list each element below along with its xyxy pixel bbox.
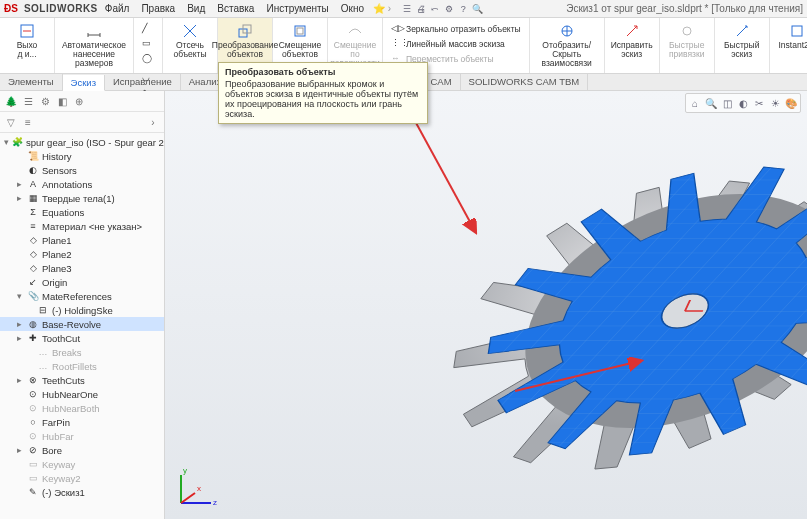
exit-sketch-button[interactable]: Выхо д и...: [4, 20, 50, 61]
menu-insert[interactable]: Вставка: [212, 1, 259, 16]
tree-item-label: HubFar: [42, 431, 74, 442]
fm-prop-icon[interactable]: ☰: [21, 94, 35, 108]
pin-icon[interactable]: ›: [146, 115, 160, 129]
tree-item-label: Annotations: [42, 179, 92, 190]
tree-item[interactable]: ≡Материал <не указан>: [0, 219, 164, 233]
tab-features[interactable]: Элементы: [0, 74, 63, 90]
fm-tree-icon[interactable]: 🌲: [4, 94, 18, 108]
linear-pattern-button[interactable]: ⋮⋮Линейный массив эскиза: [389, 37, 523, 51]
expand-icon[interactable]: ≡: [21, 115, 35, 129]
feature-tree[interactable]: ▾🧩 spur gear_iso (ISO - Spur gear 2M 13T…: [0, 133, 164, 519]
quick-snaps-button: Быстрые привязки: [664, 20, 710, 61]
feature-manager-panel: 🌲 ☰ ⚙ ◧ ⊕ ▽ ≡ › ▾🧩 spur gear_iso (ISO - …: [0, 91, 165, 519]
filter-icon[interactable]: ▽: [4, 115, 18, 129]
tree-item[interactable]: ↙Origin: [0, 275, 164, 289]
tree-item-icon: ⊙: [27, 430, 39, 442]
trim-entities-button[interactable]: Отсечь объекты: [167, 20, 213, 61]
tree-item[interactable]: 📜History: [0, 149, 164, 163]
svg-rect-7: [792, 26, 802, 36]
qat-new-icon[interactable]: ☰: [401, 3, 413, 15]
svg-rect-4: [297, 28, 303, 34]
menu-edit[interactable]: Правка: [136, 1, 180, 16]
tree-item-icon: ↙: [27, 276, 39, 288]
tree-item[interactable]: ▸AAnnotations: [0, 177, 164, 191]
tree-item-label: Keyway: [42, 459, 75, 470]
tree-item[interactable]: ▸▦Твердые тела(1): [0, 191, 164, 205]
tab-cam-tbm[interactable]: SOLIDWORKS CAM TBM: [461, 74, 589, 90]
tree-item[interactable]: ▭Keyway: [0, 457, 164, 471]
qat-options-icon[interactable]: ⚙: [443, 3, 455, 15]
menu-tools[interactable]: Инструменты: [261, 1, 333, 16]
qat-help-icon[interactable]: ?: [457, 3, 469, 15]
line-tool[interactable]: ╱: [140, 22, 156, 36]
tree-root[interactable]: ▾🧩 spur gear_iso (ISO - Spur gear 2M 13T: [0, 135, 164, 149]
tree-item-label: Plane3: [42, 263, 72, 274]
mirror-entities-button[interactable]: ◁▷Зеркально отразить объекты: [389, 22, 523, 36]
tree-item[interactable]: ⊟(-) HoldingSke: [0, 303, 164, 317]
repair-sketch-button[interactable]: Исправить эскиз: [609, 20, 655, 61]
sketch-tools-grid: ╱ ▭ ◯: [138, 20, 158, 68]
tree-item[interactable]: ⊙HubFar: [0, 429, 164, 443]
tree-item-icon: …: [37, 346, 49, 358]
tree-item[interactable]: ◇Plane3: [0, 261, 164, 275]
tree-item[interactable]: ▸⊘Bore: [0, 443, 164, 457]
tree-item[interactable]: ⊙HubNearBoth: [0, 401, 164, 415]
tab-evaluate[interactable]: Исправление: [105, 74, 181, 90]
tree-item[interactable]: ◇Plane1: [0, 233, 164, 247]
relations-icon: [558, 22, 576, 40]
auto-dimension-button[interactable]: Автоматическое нанесение размеров: [59, 20, 129, 70]
menu-window[interactable]: Окно: [336, 1, 369, 16]
convert-entities-button[interactable]: Преобразование объектов: [222, 20, 268, 61]
qat-undo-icon[interactable]: ⤺: [429, 3, 441, 15]
qat-print-icon[interactable]: 🖨: [415, 3, 427, 15]
tree-item[interactable]: ○FarPin: [0, 415, 164, 429]
tree-item-label: Equations: [42, 207, 84, 218]
tree-item[interactable]: ▸⊗TeethCuts: [0, 373, 164, 387]
tree-item[interactable]: …Breaks: [0, 345, 164, 359]
tree-item[interactable]: ◇Plane2: [0, 247, 164, 261]
show-hide-relations-button[interactable]: Отобразить/Скрыть взаимосвязи: [534, 20, 600, 70]
tree-item-icon: ▭: [27, 472, 39, 484]
instant2d-button[interactable]: Instant2D: [774, 20, 807, 52]
tree-item[interactable]: ▾📎MateReferences: [0, 289, 164, 303]
tree-item[interactable]: ◐Sensors: [0, 163, 164, 177]
menu-more-icon[interactable]: ⭐ ›: [371, 3, 393, 14]
tree-item[interactable]: ▸◍Base-Revolve: [0, 317, 164, 331]
fm-config-icon[interactable]: ⚙: [38, 94, 52, 108]
exit-sketch-icon: [18, 22, 36, 40]
tree-item[interactable]: ⊙HubNearOne: [0, 387, 164, 401]
tree-item-icon: ⊙: [27, 402, 39, 414]
tree-item[interactable]: ▭Keyway2: [0, 471, 164, 485]
offset-entities-button[interactable]: Смещение объектов: [277, 20, 323, 61]
tree-item[interactable]: ΣEquations: [0, 205, 164, 219]
tree-item-icon: ○: [27, 416, 39, 428]
tree-item-icon: ≡: [27, 220, 39, 232]
tree-item[interactable]: ✎(-) Эскиз1: [0, 485, 164, 499]
tree-item[interactable]: ▸✚ToothCut: [0, 331, 164, 345]
tree-item[interactable]: …RootFillets: [0, 359, 164, 373]
menu-view[interactable]: Вид: [182, 1, 210, 16]
tree-item-icon: ⊗: [27, 374, 39, 386]
tree-item-icon: 📎: [27, 290, 39, 302]
rapid-sketch-button[interactable]: Быстрый эскиз: [719, 20, 765, 61]
circle-tool[interactable]: ◯: [140, 52, 156, 66]
qat-search-icon[interactable]: 🔍: [471, 3, 483, 15]
surface-offset-icon: [346, 22, 364, 40]
fm-more-icon[interactable]: ⊕: [72, 94, 86, 108]
tree-item-label: (-) Эскиз1: [42, 487, 85, 498]
offset-icon: [291, 22, 309, 40]
tree-item-label: HubNearOne: [42, 389, 98, 400]
rect-tool[interactable]: ▭: [140, 37, 156, 51]
menu-file[interactable]: Файл: [100, 1, 135, 16]
tree-item-label: (-) HoldingSke: [52, 305, 113, 316]
svg-point-6: [683, 27, 691, 35]
tree-item-label: Материал <не указан>: [42, 221, 142, 232]
part-icon: 🧩: [12, 136, 23, 148]
tab-sketch[interactable]: Эскиз: [63, 75, 105, 91]
window-title: Эскиз1 от spur gear_iso.sldprt * [Только…: [566, 3, 803, 14]
rapid-sketch-icon: [733, 22, 751, 40]
graphics-viewport[interactable]: ⌂ 🔍 ◫ ◐ ✂ ☀ 🎨: [165, 91, 807, 519]
svg-line-13: [515, 361, 640, 391]
fm-display-icon[interactable]: ◧: [55, 94, 69, 108]
dimension-icon: [85, 22, 103, 40]
